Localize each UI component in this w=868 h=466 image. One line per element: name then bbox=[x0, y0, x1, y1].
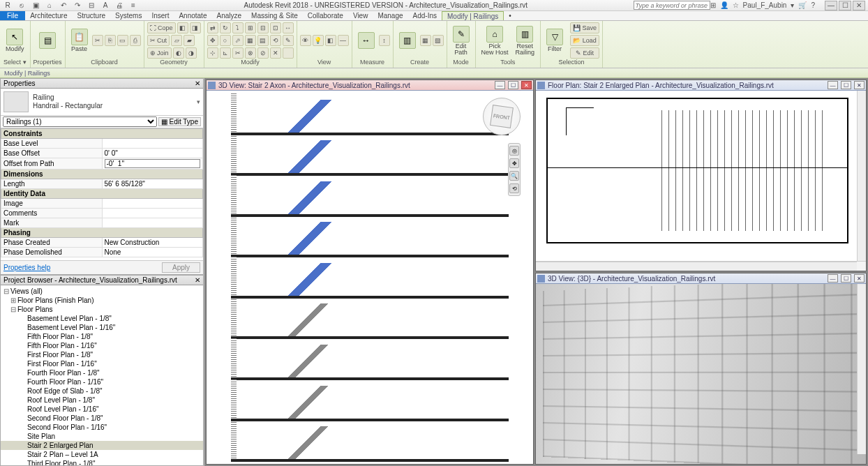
⊞-button[interactable]: ⊞ bbox=[245, 22, 256, 33]
minimize-button[interactable]: — bbox=[825, 1, 837, 10]
steering-wheel-icon[interactable]: ◎ bbox=[509, 146, 519, 156]
apply-button[interactable]: Apply bbox=[162, 262, 200, 273]
edit-button[interactable]: ✎ Edit bbox=[570, 47, 599, 59]
view-maximize-button[interactable]: ☐ bbox=[841, 81, 851, 89]
tab-insert[interactable]: Insert bbox=[147, 11, 174, 20]
pick-new-host-button[interactable]: ⌂PickNew Host bbox=[479, 24, 511, 57]
Cut-button[interactable]: ✂ Cut bbox=[147, 35, 170, 46]
button-button[interactable]: ▥ bbox=[396, 31, 419, 50]
tool-button[interactable]: ✂ bbox=[92, 35, 103, 46]
view-maximize-button[interactable]: ☐ bbox=[508, 81, 518, 89]
cart-icon[interactable]: 🛒 bbox=[798, 1, 807, 9]
◨-button[interactable]: ◨ bbox=[190, 22, 201, 33]
project-browser-header[interactable]: Project Browser - Architecture_Visualiza… bbox=[1, 276, 203, 285]
close-icon[interactable]: ✕ bbox=[195, 80, 200, 87]
Join-button[interactable]: ⊕ Join bbox=[147, 47, 172, 59]
view-minimize-button[interactable]: — bbox=[495, 81, 505, 89]
tool-button[interactable]: 💡 bbox=[313, 35, 324, 46]
tool-button[interactable]: 👁 bbox=[300, 35, 311, 46]
⊟-button[interactable]: ⊟ bbox=[257, 22, 269, 33]
reset-railing-button[interactable]: ▥ResetRailing bbox=[513, 24, 538, 57]
properties-header[interactable]: Properties ✕ bbox=[1, 79, 203, 89]
load-button[interactable]: 📂 Load bbox=[570, 35, 599, 46]
tool-button[interactable]: ↕ bbox=[379, 35, 390, 46]
view-minimize-button[interactable]: — bbox=[828, 81, 838, 89]
▤-button[interactable]: ▤ bbox=[257, 35, 269, 46]
tree-node[interactable]: ⊟Floor Plans bbox=[1, 305, 203, 314]
qat-button-2[interactable]: ▣ bbox=[31, 1, 40, 10]
star-icon[interactable]: ☆ bbox=[733, 1, 739, 9]
Cope-button[interactable]: ⛶ Cope bbox=[147, 22, 176, 33]
qat-button-7[interactable]: A bbox=[100, 1, 110, 10]
tab-architecture[interactable]: Architecture bbox=[25, 11, 72, 20]
axon-canvas[interactable]: FRONT ◎ ✥ 🔍 ⟲ bbox=[207, 91, 533, 464]
✎-button[interactable]: ✎ bbox=[283, 35, 294, 46]
subscribe-icon[interactable]: ⊞ bbox=[710, 1, 716, 9]
tab-massing-site[interactable]: Massing & Site bbox=[246, 11, 303, 20]
tree-node[interactable]: Roof Level Plan - 1/16" bbox=[1, 405, 203, 414]
◧-button[interactable]: ◧ bbox=[177, 22, 188, 33]
tab-modify-railings[interactable]: Modify | Railings bbox=[442, 11, 504, 20]
⬀-button[interactable]: ⬀ bbox=[232, 35, 244, 46]
tool-button[interactable]: ▧ bbox=[433, 35, 444, 46]
view-minimize-button[interactable]: — bbox=[828, 274, 838, 283]
tree-node[interactable]: Second Floor Plan - 1/8" bbox=[1, 414, 203, 423]
tree-node[interactable]: Fourth Floor Plan - 1/16" bbox=[1, 377, 203, 386]
tree-node[interactable]: Basement Level Plan - 1/8" bbox=[1, 314, 203, 323]
tool-button[interactable] bbox=[283, 47, 294, 59]
tree-node[interactable]: Stair 2 Plan – Level 1A bbox=[1, 450, 203, 459]
properties-help-link[interactable]: Properties help bbox=[3, 264, 50, 271]
scrollbar-vertical[interactable] bbox=[857, 284, 866, 454]
orbit-icon[interactable]: ⟲ bbox=[509, 183, 519, 193]
tab-manage[interactable]: Manage bbox=[373, 11, 407, 20]
qat-button-0[interactable]: R bbox=[3, 1, 13, 10]
property-value[interactable]: 56' 6 85/128" bbox=[102, 179, 203, 189]
search-input[interactable] bbox=[634, 1, 710, 10]
qat-button-9[interactable]: ≡ bbox=[128, 1, 138, 10]
qat-button-5[interactable]: ↷ bbox=[73, 1, 82, 10]
tool-button[interactable]: ⎘ bbox=[105, 35, 116, 46]
tree-node[interactable]: First Floor Plan - 1/8" bbox=[1, 350, 203, 359]
pan-icon[interactable]: ✥ bbox=[509, 158, 519, 168]
tree-node[interactable]: Stair 2 Enlarged Plan bbox=[1, 441, 203, 450]
tree-node[interactable]: Fourth Floor Plan - 1/8" bbox=[1, 368, 203, 377]
⊗-button[interactable]: ⊗ bbox=[245, 47, 256, 59]
type-selector[interactable]: Railing Handrail - Rectangular ▾ bbox=[1, 89, 203, 116]
tab-structure[interactable]: Structure bbox=[72, 11, 110, 20]
✥-button[interactable]: ✥ bbox=[207, 35, 218, 46]
tool-button[interactable]: ⎙ bbox=[130, 35, 141, 46]
save-button[interactable]: 💾 Save bbox=[570, 22, 599, 33]
▱-button[interactable]: ▱ bbox=[171, 35, 182, 46]
help-icon[interactable]: ? bbox=[811, 1, 815, 9]
⊡-button[interactable]: ⊡ bbox=[270, 22, 281, 33]
scrollbar-horizontal[interactable] bbox=[536, 262, 857, 271]
▰-button[interactable]: ▰ bbox=[184, 35, 195, 46]
property-group-identity-data[interactable]: Identity Data bbox=[1, 189, 203, 199]
↔-button[interactable]: ↔ bbox=[283, 22, 294, 33]
view-close-button[interactable]: ✕ bbox=[854, 274, 865, 283]
tree-node[interactable]: Fifth Floor Plan - 1/8" bbox=[1, 332, 203, 341]
file-tab[interactable]: File bbox=[0, 11, 25, 20]
exchange-icon[interactable]: ▾ bbox=[791, 1, 794, 9]
filter-button[interactable]: ▽Filter bbox=[544, 27, 566, 54]
tree-node[interactable]: Site Plan bbox=[1, 432, 203, 441]
property-group-dimensions[interactable]: Dimensions bbox=[1, 170, 203, 179]
view-maximize-button[interactable]: ☐ bbox=[841, 274, 851, 283]
◐-button[interactable]: ◐ bbox=[173, 47, 184, 59]
⊹-button[interactable]: ⊹ bbox=[207, 47, 218, 59]
edit-path-button[interactable]: ✎EditPath bbox=[450, 24, 472, 57]
tab-add-ins[interactable]: Add-Ins bbox=[408, 11, 442, 20]
property-group-constraints[interactable]: Constraints bbox=[1, 129, 203, 139]
qat-button-8[interactable]: 🖨 bbox=[114, 1, 124, 10]
button-button[interactable]: ↔ bbox=[355, 31, 377, 50]
tool-button[interactable]: ◧ bbox=[325, 35, 336, 46]
tab-systems[interactable]: Systems bbox=[110, 11, 147, 20]
edit-type-button[interactable]: ▦Edit Type bbox=[158, 117, 201, 126]
◑-button[interactable]: ◑ bbox=[186, 47, 197, 59]
✕-button[interactable]: ✕ bbox=[270, 47, 281, 59]
tab-analyze[interactable]: Analyze bbox=[211, 11, 246, 20]
⟲-button[interactable]: ⟲ bbox=[270, 35, 281, 46]
tree-node[interactable]: Fifth Floor Plan - 1/16" bbox=[1, 341, 203, 350]
3d-canvas[interactable] bbox=[536, 284, 866, 464]
property-value[interactable]: 0' 0" bbox=[102, 149, 203, 158]
